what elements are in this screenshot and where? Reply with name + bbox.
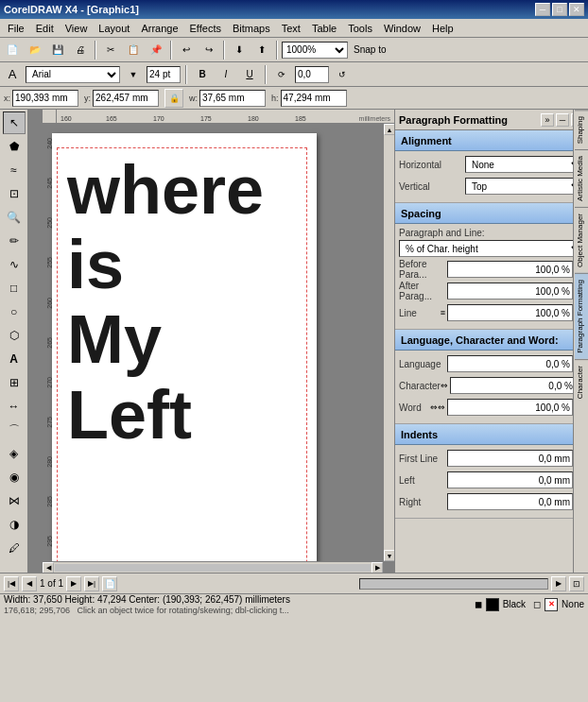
ellipse-tool[interactable]: ○ (3, 300, 26, 323)
polygon-tool[interactable]: ⬡ (3, 324, 26, 347)
fill-color-swatch[interactable] (486, 598, 499, 611)
first-line-input[interactable] (447, 450, 573, 467)
transparency-tool[interactable]: ◑ (3, 513, 26, 536)
menu-window[interactable]: Window (378, 21, 426, 36)
font-size-input[interactable] (147, 66, 181, 83)
zoom-tool[interactable]: 🔍 (3, 206, 26, 229)
text-frame[interactable]: where is My Left (57, 147, 307, 561)
bold-button[interactable]: B (192, 64, 213, 85)
character-tab[interactable]: Character (575, 359, 588, 404)
shaping-tab[interactable]: Shaping (575, 110, 588, 149)
panel-options-button[interactable]: » (541, 113, 554, 127)
line-spacing-input[interactable] (447, 304, 573, 321)
menu-tools[interactable]: Tools (342, 21, 378, 36)
add-page-button[interactable]: 📄 (102, 576, 117, 591)
minimize-button[interactable]: ─ (535, 3, 550, 16)
dropper-tool[interactable]: 🖊 (3, 537, 26, 559)
outline-color-swatch[interactable]: ✕ (545, 598, 558, 611)
undo-button[interactable]: ↩ (176, 40, 197, 60)
menu-bitmaps[interactable]: Bitmaps (227, 21, 276, 36)
smear-tool[interactable]: ≈ (3, 159, 26, 181)
window-controls[interactable]: ─ □ ✕ (535, 3, 584, 16)
first-page-button[interactable]: |◀ (4, 576, 19, 591)
spacing-section-header[interactable]: Spacing ⬆ (395, 203, 588, 224)
artistic-media-tab[interactable]: Artistic Media (575, 149, 588, 207)
rotation-input[interactable] (295, 66, 329, 83)
paste-button[interactable]: 📌 (146, 40, 166, 60)
object-manager-tab[interactable]: Object Manager (575, 207, 588, 273)
next-page-button[interactable]: ▶ (66, 576, 81, 591)
smart-draw-tool[interactable]: ∿ (3, 253, 26, 276)
scroll-up-button[interactable]: ▲ (384, 124, 394, 135)
language-input[interactable] (447, 355, 573, 372)
vertical-select[interactable]: Top (465, 178, 584, 195)
menu-layout[interactable]: Layout (93, 21, 135, 36)
panel-minimize-button[interactable]: ─ (556, 113, 569, 127)
new-button[interactable]: 📄 (2, 40, 23, 60)
import-button[interactable]: ⬇ (229, 40, 250, 60)
menu-table[interactable]: Table (306, 21, 342, 36)
italic-button[interactable]: I (216, 64, 236, 85)
scroll-right-bottom[interactable]: ▶ (551, 576, 566, 591)
horizontal-scrollbar[interactable]: ◀ ▶ (43, 561, 383, 573)
font-name-select[interactable]: Arial (26, 66, 120, 83)
underline-button[interactable]: U (239, 64, 260, 85)
right-indent-input[interactable] (447, 493, 573, 510)
prev-page-button[interactable]: ◀ (22, 576, 37, 591)
close-button[interactable]: ✕ (569, 3, 584, 16)
export-button[interactable]: ⬆ (251, 40, 272, 60)
lock-button[interactable]: 🔒 (164, 89, 183, 108)
scroll-right-button[interactable]: ▶ (372, 562, 383, 574)
before-para-input[interactable] (447, 261, 573, 278)
lang-section-header[interactable]: Language, Character and Word: (395, 330, 588, 351)
scroll-h-track[interactable] (55, 564, 371, 572)
crop-tool[interactable]: ⊡ (3, 182, 26, 205)
select-tool[interactable]: ↖ (3, 111, 26, 134)
horizontal-select[interactable]: None (465, 156, 584, 173)
outline-tool[interactable]: ◉ (3, 466, 26, 488)
fill-tool[interactable]: ◈ (3, 442, 26, 465)
open-button[interactable]: 📂 (25, 40, 45, 60)
alignment-section-header[interactable]: Alignment ⬆ (395, 130, 588, 151)
left-indent-input[interactable] (447, 471, 573, 488)
table-tool[interactable]: ⊞ (3, 371, 26, 394)
rotation-btn2[interactable]: ↺ (332, 64, 353, 85)
window-title: CorelDRAW X4 - [Graphic1] (4, 4, 139, 15)
after-para-input[interactable] (447, 283, 573, 300)
menu-file[interactable]: File (2, 21, 30, 36)
blend-tool[interactable]: ⋈ (3, 489, 26, 512)
connector-tool[interactable]: ⌒ (3, 419, 26, 441)
redo-button[interactable]: ↪ (199, 40, 219, 60)
vertical-scrollbar[interactable]: ▲ ▼ (383, 124, 394, 561)
menu-effects[interactable]: Effects (184, 21, 227, 36)
last-page-button[interactable]: ▶| (84, 576, 99, 591)
cut-button[interactable]: ✂ (100, 40, 121, 60)
scroll-left-button[interactable]: ◀ (43, 562, 54, 574)
print-button[interactable]: 🖨 (70, 40, 91, 60)
h-scroll-bottom[interactable] (359, 578, 548, 590)
shape-tool[interactable]: ⬟ (3, 135, 26, 158)
paragraph-formatting-tab[interactable]: Paragraph Formatting (575, 273, 588, 359)
copy-button[interactable]: 📋 (123, 40, 144, 60)
word-input[interactable] (447, 399, 573, 416)
zoom-fit-button[interactable]: ⊡ (569, 576, 584, 591)
zoom-select[interactable]: 1000% (282, 42, 348, 59)
font-preview-button[interactable]: ▼ (123, 64, 144, 85)
menu-view[interactable]: View (60, 21, 94, 36)
freehand-tool[interactable]: ✏ (3, 230, 26, 252)
indents-section-header[interactable]: Indents ⬆ (395, 424, 588, 445)
canvas-content[interactable]: where is My Left 240 245 250 255 260 265… (43, 124, 383, 561)
save-button[interactable]: 💾 (47, 40, 68, 60)
menu-arrange[interactable]: Arrange (135, 21, 183, 36)
rectangle-tool[interactable]: □ (3, 277, 26, 300)
character-input[interactable] (450, 377, 576, 394)
text-tool[interactable]: A (3, 348, 26, 370)
menu-help[interactable]: Help (426, 21, 459, 36)
dimension-tool[interactable]: ↔ (3, 395, 26, 418)
scroll-down-button[interactable]: ▼ (384, 550, 394, 561)
menu-edit[interactable]: Edit (30, 21, 60, 36)
canvas-area[interactable]: 160 165 170 175 180 185 millimeters wher… (28, 110, 394, 573)
maximize-button[interactable]: □ (552, 3, 567, 16)
menu-text[interactable]: Text (276, 21, 306, 36)
spacing-type-select[interactable]: % of Char. height (399, 240, 584, 257)
